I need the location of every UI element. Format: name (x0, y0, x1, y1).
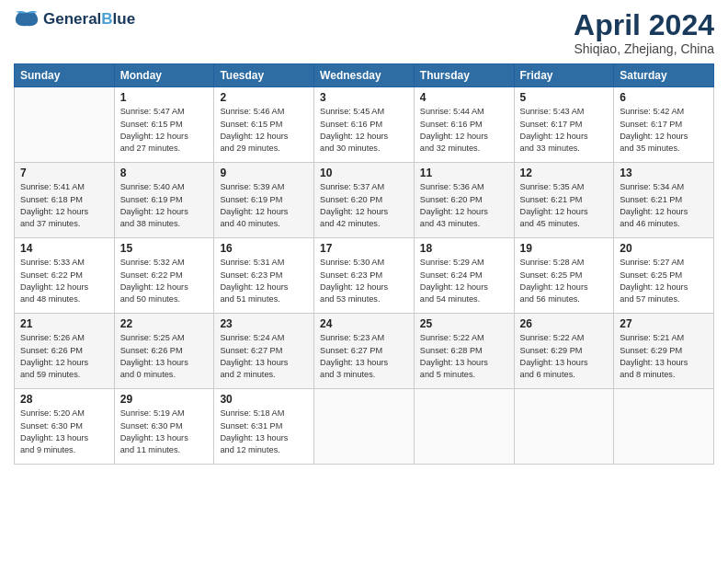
calendar-cell (514, 389, 614, 465)
day-number: 8 (120, 167, 209, 179)
day-info: Sunrise: 5:26 AMSunset: 6:26 PMDaylight:… (20, 332, 108, 381)
calendar-cell: 27Sunrise: 5:21 AMSunset: 6:29 PMDayligh… (614, 314, 714, 389)
calendar-cell (414, 389, 514, 465)
day-info: Sunrise: 5:31 AMSunset: 6:23 PMDaylight:… (220, 257, 308, 305)
calendar-week-row: 7Sunrise: 5:41 AMSunset: 6:18 PMDaylight… (15, 163, 714, 238)
calendar-cell: 17Sunrise: 5:30 AMSunset: 6:23 PMDayligh… (314, 238, 415, 314)
day-number: 22 (120, 317, 209, 330)
day-info: Sunrise: 5:47 AMSunset: 6:15 PMDaylight:… (120, 106, 209, 155)
logo-bird-icon (14, 9, 40, 29)
day-info: Sunrise: 5:35 AMSunset: 6:21 PMDaylight:… (520, 181, 609, 230)
calendar-cell (614, 389, 714, 465)
day-number: 30 (220, 393, 308, 406)
day-number: 4 (420, 91, 508, 104)
calendar-cell: 28Sunrise: 5:20 AMSunset: 6:30 PMDayligh… (15, 389, 115, 465)
calendar-cell: 13Sunrise: 5:34 AMSunset: 6:21 PMDayligh… (614, 163, 714, 238)
calendar-cell: 11Sunrise: 5:36 AMSunset: 6:20 PMDayligh… (414, 163, 514, 238)
calendar-week-row: 28Sunrise: 5:20 AMSunset: 6:30 PMDayligh… (15, 389, 714, 465)
calendar-cell: 9Sunrise: 5:39 AMSunset: 6:19 PMDaylight… (214, 163, 314, 238)
subtitle: Shiqiao, Zhejiang, China (574, 41, 714, 56)
day-info: Sunrise: 5:30 AMSunset: 6:23 PMDaylight:… (320, 257, 408, 305)
title-block: April 2024 Shiqiao, Zhejiang, China (574, 9, 714, 56)
day-info: Sunrise: 5:27 AMSunset: 6:25 PMDaylight:… (620, 257, 708, 305)
day-number: 14 (20, 242, 108, 255)
day-info: Sunrise: 5:42 AMSunset: 6:17 PMDaylight:… (620, 106, 708, 155)
day-info: Sunrise: 5:34 AMSunset: 6:21 PMDaylight:… (620, 181, 708, 230)
day-number: 28 (20, 393, 108, 406)
logo-line2: lue (113, 10, 136, 28)
calendar-cell: 4Sunrise: 5:44 AMSunset: 6:16 PMDaylight… (414, 87, 514, 163)
calendar-week-row: 1Sunrise: 5:47 AMSunset: 6:15 PMDaylight… (15, 87, 714, 163)
day-info: Sunrise: 5:28 AMSunset: 6:25 PMDaylight:… (520, 257, 609, 305)
day-number: 9 (220, 167, 308, 179)
main-title: April 2024 (574, 9, 714, 41)
day-info: Sunrise: 5:25 AMSunset: 6:26 PMDaylight:… (120, 332, 209, 381)
day-info: Sunrise: 5:29 AMSunset: 6:24 PMDaylight:… (420, 257, 508, 305)
calendar-cell: 18Sunrise: 5:29 AMSunset: 6:24 PMDayligh… (414, 238, 514, 314)
day-number: 15 (120, 242, 209, 255)
day-number: 18 (420, 242, 508, 255)
calendar-cell: 26Sunrise: 5:22 AMSunset: 6:29 PMDayligh… (514, 314, 614, 389)
calendar-cell: 15Sunrise: 5:32 AMSunset: 6:22 PMDayligh… (114, 238, 214, 314)
day-number: 5 (520, 91, 609, 104)
calendar-cell: 30Sunrise: 5:18 AMSunset: 6:31 PMDayligh… (214, 389, 314, 465)
calendar-weekday-saturday: Saturday (614, 64, 714, 87)
calendar-cell: 16Sunrise: 5:31 AMSunset: 6:23 PMDayligh… (214, 238, 314, 314)
day-number: 16 (220, 242, 308, 255)
day-number: 29 (120, 393, 209, 406)
calendar-cell: 3Sunrise: 5:45 AMSunset: 6:16 PMDaylight… (314, 87, 415, 163)
calendar-cell: 22Sunrise: 5:25 AMSunset: 6:26 PMDayligh… (114, 314, 214, 389)
day-info: Sunrise: 5:44 AMSunset: 6:16 PMDaylight:… (420, 106, 508, 155)
calendar-week-row: 21Sunrise: 5:26 AMSunset: 6:26 PMDayligh… (15, 314, 714, 389)
header: GeneralBlue April 2024 Shiqiao, Zhejiang… (14, 9, 714, 56)
logo-line1: General (43, 10, 101, 28)
day-info: Sunrise: 5:36 AMSunset: 6:20 PMDaylight:… (420, 181, 508, 230)
calendar-cell: 21Sunrise: 5:26 AMSunset: 6:26 PMDayligh… (15, 314, 115, 389)
day-number: 2 (220, 91, 308, 104)
day-number: 23 (220, 317, 308, 330)
day-info: Sunrise: 5:21 AMSunset: 6:29 PMDaylight:… (620, 332, 708, 381)
day-info: Sunrise: 5:23 AMSunset: 6:27 PMDaylight:… (320, 332, 408, 381)
calendar-cell: 2Sunrise: 5:46 AMSunset: 6:15 PMDaylight… (214, 87, 314, 163)
day-info: Sunrise: 5:18 AMSunset: 6:31 PMDaylight:… (220, 408, 308, 456)
calendar: SundayMondayTuesdayWednesdayThursdayFrid… (14, 63, 714, 465)
calendar-cell: 6Sunrise: 5:42 AMSunset: 6:17 PMDaylight… (614, 87, 714, 163)
day-info: Sunrise: 5:39 AMSunset: 6:19 PMDaylight:… (220, 181, 308, 230)
day-number: 12 (520, 167, 609, 179)
calendar-cell: 24Sunrise: 5:23 AMSunset: 6:27 PMDayligh… (314, 314, 415, 389)
day-number: 25 (420, 317, 508, 330)
calendar-weekday-sunday: Sunday (15, 64, 115, 87)
day-info: Sunrise: 5:22 AMSunset: 6:28 PMDaylight:… (420, 332, 508, 381)
calendar-cell: 20Sunrise: 5:27 AMSunset: 6:25 PMDayligh… (614, 238, 714, 314)
page: GeneralBlue April 2024 Shiqiao, Zhejiang… (0, 0, 728, 563)
day-info: Sunrise: 5:22 AMSunset: 6:29 PMDaylight:… (520, 332, 609, 381)
logo-text: GeneralBlue (43, 11, 135, 29)
calendar-header-row: SundayMondayTuesdayWednesdayThursdayFrid… (15, 64, 714, 87)
day-number: 24 (320, 317, 408, 330)
calendar-weekday-friday: Friday (514, 64, 614, 87)
day-info: Sunrise: 5:41 AMSunset: 6:18 PMDaylight:… (20, 181, 108, 230)
day-number: 13 (620, 167, 708, 179)
calendar-weekday-thursday: Thursday (414, 64, 514, 87)
calendar-cell: 5Sunrise: 5:43 AMSunset: 6:17 PMDaylight… (514, 87, 614, 163)
calendar-cell: 1Sunrise: 5:47 AMSunset: 6:15 PMDaylight… (114, 87, 214, 163)
day-number: 27 (620, 317, 708, 330)
calendar-cell: 29Sunrise: 5:19 AMSunset: 6:30 PMDayligh… (114, 389, 214, 465)
calendar-weekday-monday: Monday (114, 64, 214, 87)
day-number: 1 (120, 91, 209, 104)
calendar-cell: 23Sunrise: 5:24 AMSunset: 6:27 PMDayligh… (214, 314, 314, 389)
day-info: Sunrise: 5:19 AMSunset: 6:30 PMDaylight:… (120, 408, 209, 456)
day-number: 17 (320, 242, 408, 255)
calendar-cell (15, 87, 115, 163)
calendar-cell: 25Sunrise: 5:22 AMSunset: 6:28 PMDayligh… (414, 314, 514, 389)
day-number: 19 (520, 242, 609, 255)
calendar-cell (314, 389, 415, 465)
day-info: Sunrise: 5:20 AMSunset: 6:30 PMDaylight:… (20, 408, 108, 456)
calendar-week-row: 14Sunrise: 5:33 AMSunset: 6:22 PMDayligh… (15, 238, 714, 314)
day-info: Sunrise: 5:45 AMSunset: 6:16 PMDaylight:… (320, 106, 408, 155)
calendar-weekday-wednesday: Wednesday (314, 64, 415, 87)
calendar-cell: 10Sunrise: 5:37 AMSunset: 6:20 PMDayligh… (314, 163, 415, 238)
calendar-cell: 12Sunrise: 5:35 AMSunset: 6:21 PMDayligh… (514, 163, 614, 238)
day-info: Sunrise: 5:32 AMSunset: 6:22 PMDaylight:… (120, 257, 209, 305)
day-info: Sunrise: 5:46 AMSunset: 6:15 PMDaylight:… (220, 106, 308, 155)
